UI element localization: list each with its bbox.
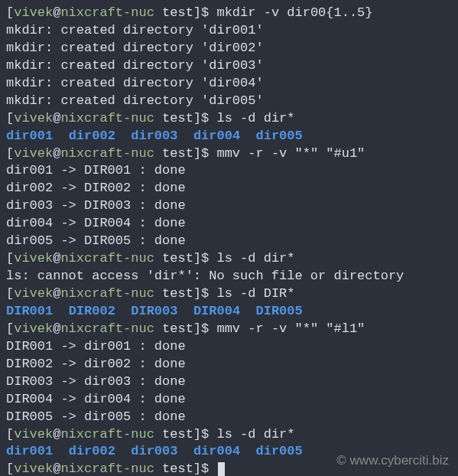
command-mkdir: mkdir -v dir00{1..5}: [216, 5, 372, 20]
mkdir-output: mkdir: created directory 'dir003': [6, 57, 452, 75]
watermark: © www.cyberciti.biz: [336, 452, 449, 470]
mmv-output: dir005 -> DIR005 : done: [6, 233, 452, 250]
dir-entry: dir003: [131, 444, 177, 458]
command-ls: ls -d dir*: [216, 111, 294, 126]
prompt-line: [vivek@nixcraft-nuc test]$ ls -d dir*: [6, 110, 452, 128]
prompt-host: nixcraft-nuc: [60, 5, 154, 20]
mmv-output: dir004 -> DIR004 : done: [6, 215, 452, 233]
prompt-user: vivek: [14, 5, 53, 20]
prompt-close: ]: [193, 5, 201, 20]
prompt-symbol: $: [201, 5, 216, 20]
prompt-path: test: [154, 5, 193, 20]
mkdir-output: mkdir: created directory 'dir005': [6, 93, 452, 110]
dir-entry: dir004: [193, 129, 240, 143]
dir-entry: DIR005: [256, 304, 303, 318]
dir-entry: dir003: [131, 129, 177, 143]
dir-entry: DIR003: [131, 304, 177, 318]
prompt-line: [vivek@nixcraft-nuc test]$ ls -d dir*: [6, 250, 452, 268]
mmv-output: DIR001 -> dir001 : done: [6, 338, 452, 356]
cursor-icon: [218, 462, 225, 476]
dir-entry: dir005: [256, 129, 303, 143]
mkdir-output: mkdir: created directory 'dir001': [6, 22, 452, 40]
dir-entry: dir002: [69, 444, 115, 458]
dir-entry: dir004: [193, 444, 240, 458]
mmv-output: dir002 -> DIR002 : done: [6, 180, 452, 197]
dir-entry: dir005: [256, 444, 303, 458]
dir-entry: DIR001: [6, 304, 53, 318]
prompt-line: [vivek@nixcraft-nuc test]$ ls -d DIR*: [6, 285, 452, 303]
command-ls: ls -d dir*: [216, 427, 294, 442]
mmv-output: DIR003 -> dir003 : done: [6, 373, 452, 391]
prompt-line: [vivek@nixcraft-nuc test]$ ls -d dir*: [6, 426, 452, 444]
prompt-line: [vivek@nixcraft-nuc test]$ mkdir -v dir0…: [6, 5, 452, 22]
command-mmv: mmv -r -v "*" "#l1": [216, 321, 365, 336]
dir-entry: dir001: [6, 444, 53, 458]
dir-entry: dir001: [6, 129, 53, 143]
prompt-at: @: [53, 5, 60, 20]
command-ls: ls -d dir*: [216, 251, 294, 266]
ls-output: dir001 dir002 dir003 dir004 dir005: [6, 128, 452, 145]
mmv-output: DIR004 -> dir004 : done: [6, 391, 452, 409]
mkdir-output: mkdir: created directory 'dir002': [6, 40, 452, 57]
mmv-output: dir001 -> DIR001 : done: [6, 162, 452, 180]
command-mmv: mmv -r -v "*" "#u1": [216, 146, 365, 161]
dir-entry: dir002: [69, 129, 115, 143]
mkdir-output: mkdir: created directory 'dir004': [6, 75, 452, 93]
dir-entry: DIR002: [69, 304, 115, 318]
mmv-output: DIR005 -> dir005 : done: [6, 409, 452, 426]
mmv-output: DIR002 -> dir002 : done: [6, 356, 452, 373]
mmv-output: dir003 -> DIR003 : done: [6, 197, 452, 215]
prompt-open: [: [6, 5, 14, 20]
ls-error: ls: cannot access 'dir*': No such file o…: [6, 268, 452, 285]
command-ls: ls -d DIR*: [216, 286, 294, 301]
ls-output: DIR001 DIR002 DIR003 DIR004 DIR005: [6, 303, 452, 321]
dir-entry: DIR004: [193, 304, 240, 318]
prompt-line: [vivek@nixcraft-nuc test]$ mmv -r -v "*"…: [6, 321, 452, 338]
prompt-line: [vivek@nixcraft-nuc test]$ mmv -r -v "*"…: [6, 145, 452, 163]
